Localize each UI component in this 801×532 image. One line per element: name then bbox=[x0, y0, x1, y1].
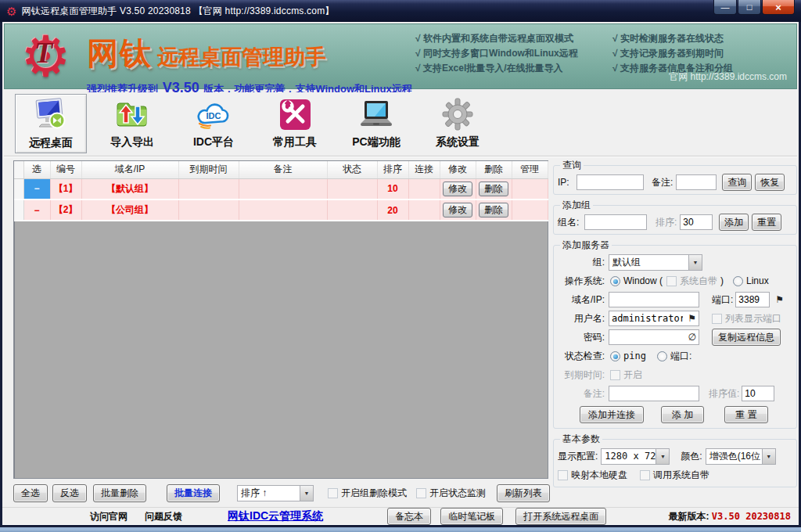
username-input[interactable] bbox=[609, 312, 685, 325]
server-group-select[interactable]: 默认组 ▼ bbox=[609, 254, 702, 271]
group-delete-mode-label: 开启组删除模式 bbox=[341, 487, 407, 500]
copy-remote-info-button[interactable]: 复制远程信息 bbox=[712, 329, 781, 346]
col-status: 状态 bbox=[327, 161, 377, 178]
tab-idc-platform[interactable]: IDC IDC平台 bbox=[178, 94, 250, 153]
idc-cloud-link[interactable]: 网钛IDC云管理系统 bbox=[228, 509, 323, 523]
tab-remote-desktop[interactable]: 远程桌面 bbox=[15, 94, 87, 153]
query-note-input[interactable] bbox=[676, 174, 717, 190]
add-group-group: 添加组 组名: 排序: 添加 重置 bbox=[553, 199, 797, 235]
minimize-button[interactable]: — bbox=[713, 0, 737, 15]
select-all-button[interactable]: 全选 bbox=[13, 484, 48, 502]
port-check-label: 端口: bbox=[670, 350, 691, 363]
delete-button[interactable]: 删除 bbox=[479, 203, 508, 217]
tool-label: 导入导出 bbox=[110, 135, 154, 149]
memo-button[interactable]: 备忘本 bbox=[387, 508, 431, 525]
tab-common-tools[interactable]: 常用工具 bbox=[259, 94, 331, 153]
tool-label: 系统设置 bbox=[436, 135, 480, 149]
svg-text:IDC: IDC bbox=[207, 111, 221, 120]
group-name-input[interactable] bbox=[584, 214, 647, 230]
group-add-button[interactable]: 添加 bbox=[719, 214, 749, 231]
os-label: 操作系统: bbox=[558, 275, 605, 288]
col-select: 选 bbox=[23, 161, 50, 178]
expire-enable-label: 开启 bbox=[623, 368, 642, 382]
maximize-button[interactable]: □ bbox=[738, 0, 761, 15]
ping-radio[interactable] bbox=[610, 351, 620, 361]
visit-site-link[interactable]: 访问官网 bbox=[90, 510, 128, 523]
map-disk-label: 映射本地硬盘 bbox=[571, 469, 627, 482]
show-port-label: 列表显示端口 bbox=[725, 312, 781, 325]
os-builtin-checkbox[interactable] bbox=[666, 276, 677, 286]
row-connect bbox=[408, 200, 440, 221]
row-modify-cell: 修改 bbox=[440, 200, 476, 221]
brand-name: 网钛 bbox=[87, 36, 153, 70]
modify-button[interactable]: 修改 bbox=[443, 182, 472, 196]
add-server-legend: 添加服务器 bbox=[560, 239, 612, 252]
tools-icon bbox=[276, 96, 314, 134]
port-input[interactable] bbox=[735, 292, 770, 307]
server-sort-input[interactable] bbox=[742, 386, 774, 401]
password-input[interactable] bbox=[609, 331, 686, 343]
add-server-button[interactable]: 添 加 bbox=[661, 406, 704, 423]
query-restore-button[interactable]: 恢复 bbox=[755, 174, 785, 191]
tab-import-export[interactable]: 导入导出 bbox=[96, 94, 168, 153]
eye-off-icon[interactable]: ∅ bbox=[686, 332, 699, 342]
port-label: 端口: bbox=[712, 293, 733, 307]
row-note bbox=[239, 178, 327, 200]
os-linux-radio[interactable] bbox=[733, 276, 743, 286]
tab-system-settings[interactable]: 系统设置 bbox=[422, 94, 494, 153]
expire-enable-checkbox[interactable] bbox=[610, 370, 620, 380]
tab-pc-functions[interactable]: PC端功能 bbox=[340, 94, 412, 153]
row-manage bbox=[512, 200, 548, 221]
row-connect bbox=[408, 178, 440, 200]
sort-value: 排序 ↑ bbox=[238, 487, 300, 500]
open-system-rdp-button[interactable]: 打开系统远程桌面 bbox=[515, 508, 606, 525]
query-ip-input[interactable] bbox=[577, 174, 644, 190]
batch-connect-button[interactable]: 批量连接 bbox=[167, 484, 220, 502]
group-sort-input[interactable] bbox=[680, 214, 713, 230]
display-config-select[interactable]: 1280 x 720 ▼ bbox=[601, 448, 670, 465]
server-group-label: 组: bbox=[558, 256, 605, 269]
window-title: 网钛远程桌面管理助手 V3.50 20230818 【官网 http://338… bbox=[21, 5, 334, 18]
sort-select[interactable]: 排序 ↑ ▼ bbox=[237, 485, 314, 501]
group-reset-button[interactable]: 重置 bbox=[752, 214, 781, 231]
sys-builtin-checkbox[interactable] bbox=[640, 470, 650, 480]
color-select[interactable]: 增强色(16位 ▼ bbox=[706, 448, 776, 465]
scratchpad-button[interactable]: 临时笔记板 bbox=[440, 508, 503, 525]
row-note bbox=[239, 200, 327, 221]
map-disk-checkbox[interactable] bbox=[558, 470, 568, 480]
group-sort-label: 排序: bbox=[656, 216, 677, 229]
os-linux-label: Linux bbox=[746, 275, 769, 286]
feedback-link[interactable]: 问题反馈 bbox=[145, 510, 182, 523]
invert-selection-button[interactable]: 反选 bbox=[52, 484, 87, 502]
server-note-input[interactable] bbox=[609, 386, 699, 401]
modify-button[interactable]: 修改 bbox=[443, 203, 472, 217]
refresh-list-button[interactable]: 刷新列表 bbox=[497, 484, 550, 502]
close-button[interactable]: × bbox=[762, 0, 795, 15]
os-window-radio[interactable] bbox=[610, 276, 620, 286]
select-cell[interactable]: − bbox=[23, 200, 50, 221]
select-cell[interactable]: − bbox=[23, 178, 50, 200]
server-reset-button[interactable]: 重 置 bbox=[724, 406, 767, 423]
flag-icon[interactable]: ⚑ bbox=[773, 295, 786, 304]
add-and-connect-button[interactable]: 添加并连接 bbox=[580, 406, 644, 423]
chevron-down-icon: ▼ bbox=[688, 255, 702, 270]
show-port-checkbox[interactable] bbox=[712, 314, 722, 324]
host-input[interactable] bbox=[609, 292, 699, 307]
table-row[interactable]: − 【2】 【公司组】 20 修改 删除 bbox=[14, 200, 548, 221]
batch-delete-button[interactable]: 批量删除 bbox=[93, 484, 146, 502]
tool-label: 常用工具 bbox=[273, 135, 317, 149]
status-check-label: 状态检查: bbox=[558, 350, 605, 363]
table-row[interactable]: − 【1】 【默认组】 10 修改 删除 bbox=[14, 178, 548, 200]
username-field: ⚑ bbox=[609, 311, 699, 326]
flag-icon[interactable]: ⚑ bbox=[685, 314, 699, 323]
table-header-row: 选 编号 域名/IP 到期时间 备注 状态 排序 连接 修改 删除 管理 bbox=[14, 161, 548, 178]
group-delete-mode-checkbox[interactable] bbox=[328, 488, 338, 498]
status-monitor-checkbox[interactable] bbox=[416, 488, 426, 498]
query-search-button[interactable]: 查询 bbox=[722, 174, 752, 191]
delete-button[interactable]: 删除 bbox=[479, 182, 508, 196]
query-legend: 查询 bbox=[560, 159, 584, 172]
idc-cloud-icon: IDC bbox=[195, 96, 232, 134]
row-manage bbox=[512, 178, 548, 200]
port-check-radio[interactable] bbox=[657, 351, 667, 361]
add-group-legend: 添加组 bbox=[560, 199, 593, 212]
